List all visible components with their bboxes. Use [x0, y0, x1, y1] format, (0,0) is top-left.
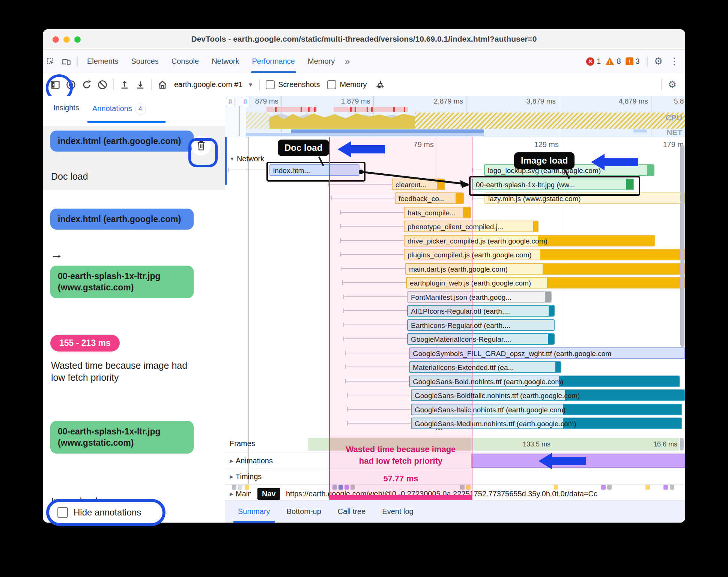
network-request-googlesans-bold-nohints-ttf[interactable]: GoogleSans-Bold.nohints.ttf (earth.googl…: [409, 376, 680, 387]
range-handle-right[interactable]: ‖: [241, 97, 250, 107]
hide-annotations-control[interactable]: Hide annotations: [46, 499, 165, 526]
network-request-plugins-compiled-js-earth-g[interactable]: plugins_compiled.js (earth.google.com): [404, 249, 685, 260]
network-request-googlematerialicons-regular[interactable]: GoogleMaterialIcons-Regular....: [407, 333, 555, 345]
time-marker-label: 129 ms: [517, 140, 559, 149]
warning-badge[interactable]: ! 8: [605, 57, 621, 66]
issues-badge[interactable]: ! 3: [626, 57, 640, 66]
timeline-overview[interactable]: 879 ms1,879 ms2,879 ms3,879 ms4,879 ms 5…: [225, 96, 685, 138]
annotation-card-range[interactable]: 155 - 213 ms Wasted time because image h…: [43, 335, 225, 413]
annotation-pill-index-2[interactable]: index.html (earth.google.com): [50, 209, 194, 230]
reload-icon[interactable]: [79, 77, 95, 93]
main-track-event-chip: [466, 485, 471, 490]
home-icon[interactable]: [155, 77, 170, 93]
tab-performance[interactable]: Performance: [246, 50, 302, 73]
annotation-pill-splash-2[interactable]: 00-earth-splash-1x-ltr.jpg (www.gstatic.…: [50, 421, 194, 454]
kebab-menu-icon[interactable]: ⋮: [666, 56, 685, 67]
frames-track[interactable]: Frames 133.5 ms 16.6 ms: [225, 436, 685, 452]
download-profile-icon[interactable]: [132, 77, 148, 93]
request-whisker: [341, 268, 405, 269]
hide-annotations-checkbox[interactable]: [57, 507, 68, 518]
screenshots-checkbox[interactable]: [266, 80, 275, 89]
tab-insights[interactable]: Insights: [53, 104, 79, 112]
settings-gear-icon[interactable]: ⚙: [651, 56, 666, 67]
warning-icon: !: [605, 57, 614, 65]
network-request-earthicons-regular-otf-eart[interactable]: EarthIcons-Regular.otf (earth....: [407, 319, 555, 331]
details-tab-summary[interactable]: Summary: [230, 501, 278, 523]
network-request-all1picons-regular-otf-eart[interactable]: All1PIcons-Regular.otf (earth....: [407, 305, 555, 317]
error-badge[interactable]: ✕ 1: [586, 57, 601, 66]
range-handle-left[interactable]: ‖: [226, 97, 235, 107]
annotation-caption: Doc load: [51, 170, 88, 182]
inspect-element-icon[interactable]: [43, 54, 59, 69]
annotation-pill-index[interactable]: index.html (earth.google.com): [50, 131, 194, 152]
request-whisker-tick: [343, 295, 344, 299]
image-load-annotation-label[interactable]: Image load: [514, 152, 575, 169]
annotation-card-link[interactable]: index.html (earth.google.com) → 00-earth…: [43, 205, 225, 329]
main-thread-track[interactable]: ▶Main Nav https://earth.google.com/web/@…: [225, 484, 685, 500]
garbage-collect-icon[interactable]: [372, 77, 388, 93]
network-request-googlesans-italic-nohints-tt[interactable]: GoogleSans-Italic.nohints.ttf (earth.goo…: [411, 404, 682, 415]
overview-tick-clipped: 5,8: [674, 97, 684, 105]
request-whisker-tick: [340, 210, 341, 215]
network-request-main-dart-js-earth-google-c[interactable]: main.dart.js (earth.google.com): [405, 263, 685, 275]
divider: [661, 79, 662, 90]
history-caret-icon[interactable]: ▼: [248, 81, 253, 88]
upload-profile-icon[interactable]: [117, 77, 132, 93]
tab-memory[interactable]: Memory: [301, 50, 341, 73]
memory-checkbox[interactable]: [327, 80, 336, 89]
request-whisker-tick: [343, 308, 344, 313]
details-tab-call-tree[interactable]: Call tree: [329, 501, 374, 523]
capture-settings-gear-icon[interactable]: ⚙: [665, 79, 680, 90]
network-request-clearcut[interactable]: clearcut...: [392, 179, 445, 190]
device-toolbar-icon[interactable]: [59, 54, 74, 69]
screenshots-label: Screenshots: [278, 80, 320, 89]
timings-track[interactable]: ▶Timings: [225, 469, 685, 485]
history-selector[interactable]: earth.google.com #1: [174, 80, 242, 89]
main-track-event-chip: [238, 485, 242, 490]
network-request-earthplugin-web-js-earth-go[interactable]: earthplugin_web.js (earth.google.com): [406, 277, 685, 288]
divider: [113, 79, 114, 90]
frame-segment[interactable]: [308, 438, 329, 451]
request-label: GoogleSymbols_FILL_GRAD_opsz_wght.ttf (e…: [413, 350, 611, 358]
vertical-scrollbar[interactable]: [680, 145, 684, 347]
frames-track-label: Frames: [230, 439, 255, 448]
animations-track-label[interactable]: ▶Animations: [230, 457, 273, 465]
tab-annotations[interactable]: Annotations4: [92, 104, 146, 115]
layout-shift-tick: [301, 107, 302, 112]
animations-track[interactable]: ▶Animations: [225, 452, 685, 469]
network-request-drive-picker-compiled-js-ea[interactable]: drive_picker_compiled.js (earth.google.c…: [404, 235, 655, 246]
network-track-label[interactable]: ▼Network: [230, 155, 264, 163]
tab-sources[interactable]: Sources: [125, 50, 165, 73]
network-request-hats-compile[interactable]: hats_compile...: [404, 207, 471, 218]
timings-track-label[interactable]: ▶Timings: [230, 472, 262, 481]
request-active-portion: [559, 376, 679, 386]
tab-console[interactable]: Console: [165, 50, 205, 73]
time-range-pill[interactable]: 155 - 213 ms: [50, 335, 120, 352]
network-waterfall[interactable]: 79 ms129 ms179 m ▼Network index.htm...lo…: [225, 137, 685, 436]
network-request-googlesymbols-fill-grad-opsz[interactable]: GoogleSymbols_FILL_GRAD_opsz_wght.ttf (e…: [409, 347, 685, 359]
tab-network[interactable]: Network: [205, 50, 245, 73]
clear-icon[interactable]: [95, 77, 110, 93]
request-label: GoogleSans-Italic.nohints.ttf (earth.goo…: [415, 406, 566, 414]
cpu-lane-label: CPU: [666, 113, 682, 122]
request-whisker-tick: [472, 168, 473, 172]
network-request-phenotype-client-compiled-j[interactable]: phenotype_client_compiled.j...: [404, 221, 538, 232]
time-marker-label: 79 ms: [393, 140, 434, 149]
tab-elements[interactable]: Elements: [81, 50, 125, 73]
details-tab-event-log[interactable]: Event log: [374, 501, 421, 523]
network-request-googlesans-medium-nohints-tt[interactable]: GoogleSans-Medium.nohints.ttf (earth.goo…: [411, 418, 682, 429]
tracks-scrollbar[interactable]: [680, 438, 684, 451]
network-request-fontmanifest-json-earth-goo[interactable]: FontManifest.json (earth.goog...: [407, 291, 552, 303]
more-rows-ellipsis[interactable]: ...: [435, 422, 443, 432]
more-tabs-icon[interactable]: »: [341, 56, 353, 67]
request-whisker: [345, 381, 409, 382]
network-request-feedback-co[interactable]: feedback_co...: [395, 192, 464, 204]
network-request-googlesans-bolditalic-nohint[interactable]: GoogleSans-BoldItalic.nohints.ttf (earth…: [411, 389, 685, 401]
network-request-materialicons-extended-ttf[interactable]: MaterialIcons-Extended.ttf (ea...: [409, 361, 561, 373]
annotation-pill-splash[interactable]: 00-earth-splash-1x-ltr.jpg (www.gstatic.…: [50, 266, 194, 298]
details-tab-bottom-up[interactable]: Bottom-up: [278, 501, 329, 523]
overview-cursor-line: [239, 106, 239, 136]
doc-load-annotation-label[interactable]: Doc load: [278, 140, 329, 156]
main-track-label[interactable]: ▶Main: [230, 490, 251, 498]
frame-segment[interactable]: [329, 438, 471, 451]
